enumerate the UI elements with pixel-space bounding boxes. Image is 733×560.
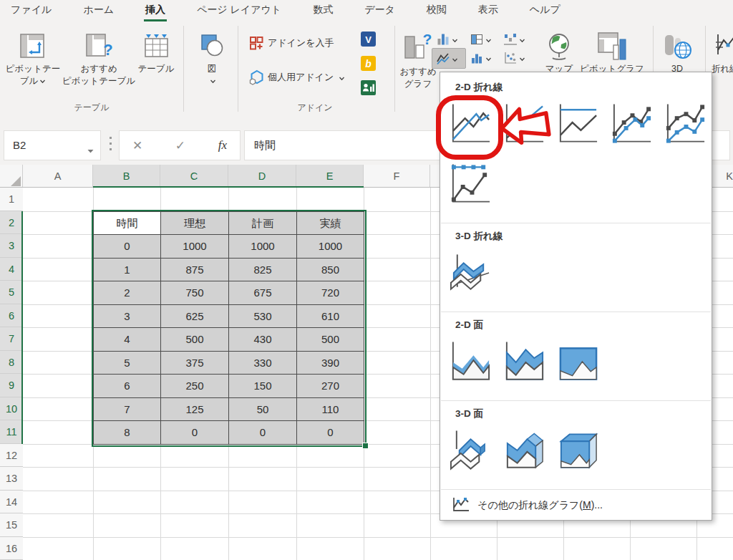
column-header-A[interactable]: A [23,165,93,188]
chart-type-area[interactable] [448,339,493,386]
chart-type-100-stacked-line[interactable] [555,101,601,148]
insert-waterfall-chart-button[interactable] [500,29,533,49]
bing-addin-icon[interactable]: b [361,56,376,74]
table-header-cell[interactable]: 計画 [229,212,297,236]
row-header-12[interactable]: 12 [0,444,23,468]
table-cell[interactable]: 150 [229,375,297,398]
tab-ファイル[interactable]: ファイル [9,0,53,21]
select-all-corner[interactable] [0,165,23,188]
name-box[interactable]: B2 [4,130,101,160]
table-cell[interactable]: 610 [297,305,364,329]
table-button[interactable]: テーブル [129,63,183,75]
row-header-7[interactable]: 7 [0,327,23,351]
chart-type-3d-100-stacked-area[interactable] [555,428,601,475]
chart-type-stacked-area[interactable] [502,339,547,386]
table-cell[interactable]: 3 [94,305,161,329]
chart-type-100-stacked-area[interactable] [555,339,601,386]
column-header-E[interactable]: E [296,165,364,188]
table-cell[interactable]: 1000 [297,235,364,259]
table-cell[interactable]: 110 [297,398,364,422]
row-header-4[interactable]: 4 [0,258,23,281]
table-cell[interactable]: 625 [161,305,229,329]
table-cell[interactable]: 250 [161,375,229,398]
row-header-16[interactable]: 16 [0,537,23,560]
insert-statistic-chart-button[interactable] [466,48,499,67]
table-cell[interactable]: 0 [229,421,297,445]
table-cell[interactable]: 375 [161,352,229,375]
table-header-cell[interactable]: 時間 [94,212,161,236]
table-cell[interactable]: 675 [229,281,297,305]
table-cell[interactable]: 875 [161,259,229,282]
table-cell[interactable]: 720 [297,281,364,305]
tab-挿入[interactable]: 挿入 [144,0,167,21]
column-header-D[interactable]: D [228,165,296,188]
tab-ヘルプ[interactable]: ヘルプ [528,0,562,21]
chart-type-3d-stacked-area[interactable] [502,428,547,475]
recommended-charts-button[interactable]: おすすめ グラフ [390,66,446,90]
table-cell[interactable]: 825 [229,259,297,282]
row-header-10[interactable]: 10 [0,397,23,421]
line-sparkline-button[interactable]: 折れ線 [712,63,733,75]
row-header-15[interactable]: 15 [0,513,23,537]
table-cell[interactable]: 1000 [161,235,229,259]
cancel-formula-icon[interactable]: ✕ [132,138,142,153]
chart-type-line[interactable] [448,101,493,148]
column-header-B[interactable]: B [93,165,160,188]
name-box-dropdown-icon[interactable] [87,143,94,156]
table-cell[interactable]: 850 [297,259,364,282]
tab-データ[interactable]: データ [363,0,397,21]
insert-scatter-chart-button[interactable] [500,48,533,67]
enter-formula-icon[interactable]: ✓ [175,138,185,153]
table-cell[interactable]: 0 [94,235,161,259]
chart-type-stacked-line-markers[interactable] [663,101,708,148]
get-addins-button[interactable]: アドインを入手 [248,35,334,51]
tab-校閲[interactable]: 校閲 [425,0,448,21]
table-cell[interactable]: 1000 [229,235,297,259]
chart-type-line-markers[interactable] [609,101,654,148]
column-header-C[interactable]: C [160,165,228,188]
chart-type-100-stacked-line-markers[interactable] [448,161,493,208]
my-addins-button[interactable]: 個人用アドイン [248,69,345,85]
table-cell[interactable]: 500 [161,328,229,352]
row-header-9[interactable]: 9 [0,374,23,397]
table-cell[interactable]: 270 [297,375,364,398]
table-cell[interactable]: 4 [94,328,161,352]
table-cell[interactable]: 5 [94,352,161,375]
illustrations-button[interactable]: 図 [195,63,229,85]
table-cell[interactable]: 1 [94,259,161,282]
table-cell[interactable]: 390 [297,352,364,375]
tab-表示[interactable]: 表示 [477,0,500,21]
table-cell[interactable]: 330 [229,352,297,375]
menu-more-line-charts[interactable]: その他の折れ線グラフ(M)... [443,493,709,518]
row-header-8[interactable]: 8 [0,351,23,375]
insert-hierarchy-chart-button[interactable] [466,29,499,49]
chart-type-stacked-line[interactable] [502,101,547,148]
table-cell[interactable]: 50 [229,398,297,422]
row-header-11[interactable]: 11 [0,420,23,444]
row-header-3[interactable]: 3 [0,234,23,258]
chart-type-3d-area[interactable] [448,428,493,475]
table-cell[interactable]: 530 [229,305,297,329]
tab-ホーム[interactable]: ホーム [82,0,115,21]
table-cell[interactable]: 6 [94,375,161,398]
insert-line-chart-button[interactable] [432,48,466,69]
row-header-6[interactable]: 6 [0,304,23,328]
tab-数式[interactable]: 数式 [311,0,334,21]
table-cell[interactable]: 430 [229,328,297,352]
table-cell[interactable]: 750 [161,281,229,305]
tab-ページ レイアウト[interactable]: ページ レイアウト [195,0,283,21]
table-cell[interactable]: 0 [297,421,364,445]
chart-type-3d-line[interactable] [448,250,493,297]
people-graph-addin-icon[interactable] [361,80,376,98]
table-cell[interactable]: 2 [94,281,161,305]
insert-column-chart-button[interactable] [432,29,465,49]
row-header-5[interactable]: 5 [0,281,23,304]
table-cell[interactable]: 8 [94,421,161,445]
row-header-1[interactable]: 1 [0,188,23,211]
visio-addin-icon[interactable]: V [361,32,376,49]
column-header-F[interactable]: F [364,165,430,188]
insert-function-icon[interactable]: fx [218,138,227,153]
formula-bar-resize-handle[interactable] [110,137,112,153]
table-header-cell[interactable]: 理想 [161,212,229,236]
table-cell[interactable]: 7 [94,398,161,422]
